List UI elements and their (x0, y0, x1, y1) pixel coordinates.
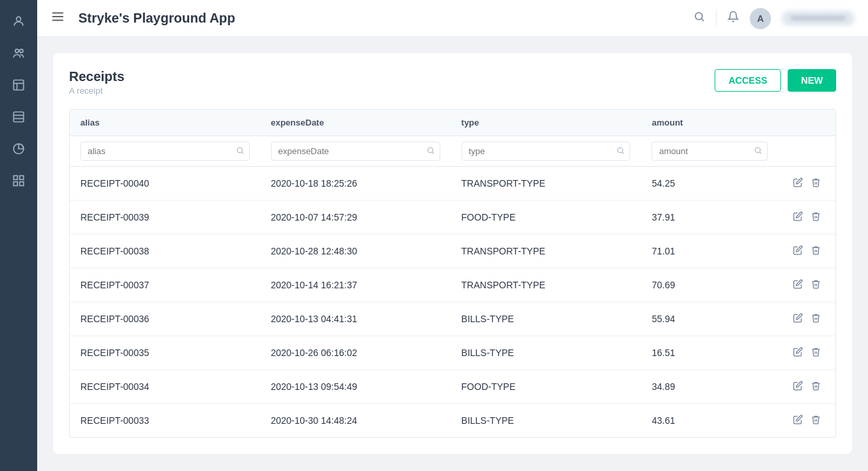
avatar[interactable]: A (750, 8, 771, 29)
cell-expensedate: 2020-10-13 04:41:31 (260, 302, 451, 336)
svg-rect-10 (14, 176, 18, 180)
cell-expensedate: 2020-10-18 18:25:26 (260, 167, 451, 201)
table-row: RECEIPT-000352020-10-26 06:16:02BILLS-TY… (70, 336, 835, 370)
svg-point-21 (428, 147, 433, 153)
svg-point-2 (20, 49, 23, 52)
delete-button[interactable] (807, 175, 825, 192)
cell-alias: RECEIPT-00039 (70, 201, 260, 235)
alias-search-icon (236, 146, 244, 157)
delete-button[interactable] (807, 378, 825, 395)
sidebar (0, 0, 37, 471)
cell-type: BILLS-TYPE (451, 302, 642, 336)
sidebar-icon-user[interactable] (5, 8, 32, 35)
cell-expensedate: 2020-10-13 09:54:49 (260, 370, 451, 404)
type-filter-wrap (462, 141, 631, 161)
sidebar-icon-file[interactable] (5, 104, 32, 130)
topbar: Stryke's Playground App A ••••••••••••••… (37, 0, 868, 37)
cell-actions (778, 370, 835, 404)
edit-button[interactable] (789, 175, 807, 192)
col-header-alias: alias (70, 110, 260, 136)
app-title: Stryke's Playground App (78, 11, 685, 26)
cell-type: FOOD-TYPE (451, 201, 642, 235)
svg-rect-11 (20, 176, 24, 180)
svg-rect-12 (14, 182, 18, 186)
svg-point-0 (17, 17, 21, 21)
svg-line-24 (623, 152, 624, 153)
cell-alias: RECEIPT-00036 (70, 302, 260, 336)
delete-button[interactable] (807, 310, 825, 328)
cell-amount: 37.91 (641, 201, 778, 235)
table-row: RECEIPT-000392020-10-07 14:57:29FOOD-TYP… (70, 201, 835, 235)
cell-expensedate: 2020-10-14 16:21:37 (260, 268, 451, 302)
page-header: Receipts A receipt ACCESS NEW (69, 69, 836, 96)
cell-actions (778, 235, 835, 268)
cell-amount: 70.69 (641, 268, 778, 302)
table-row: RECEIPT-000342020-10-13 09:54:49FOOD-TYP… (70, 370, 835, 404)
svg-line-26 (760, 152, 761, 153)
table-row: RECEIPT-000372020-10-14 16:21:37TRANSPOR… (70, 268, 835, 302)
cell-actions (778, 404, 835, 438)
cell-amount: 71.01 (641, 235, 778, 268)
svg-point-1 (15, 49, 19, 52)
menu-icon[interactable] (50, 9, 65, 27)
svg-point-25 (755, 147, 760, 153)
svg-rect-13 (20, 182, 24, 186)
page-title: Receipts (69, 69, 124, 84)
cell-alias: RECEIPT-00034 (70, 370, 260, 404)
sidebar-icon-book[interactable] (5, 72, 32, 98)
delete-button[interactable] (807, 209, 825, 226)
type-filter-input[interactable] (462, 141, 631, 161)
table-header-row: alias expenseDate type amount (70, 110, 835, 136)
cell-type: FOOD-TYPE (451, 370, 642, 404)
amount-filter-input[interactable] (651, 141, 768, 161)
user-pill: •••••••••••••••••• (782, 11, 855, 26)
svg-point-19 (237, 147, 242, 153)
content: Receipts A receipt ACCESS NEW alias expe… (37, 37, 868, 471)
delete-button[interactable] (807, 242, 825, 260)
edit-button[interactable] (789, 276, 807, 294)
delete-button[interactable] (807, 276, 825, 294)
sidebar-icon-chart[interactable] (5, 136, 32, 162)
cell-expensedate: 2020-10-07 14:57:29 (260, 201, 451, 235)
expensedate-filter-input[interactable] (271, 141, 440, 161)
alias-filter-input[interactable] (80, 141, 250, 161)
col-header-type: type (451, 110, 642, 136)
table-row: RECEIPT-000402020-10-18 18:25:26TRANSPOR… (70, 167, 835, 201)
svg-point-17 (695, 13, 703, 20)
edit-button[interactable] (789, 242, 807, 260)
cell-actions (778, 268, 835, 302)
col-header-amount: amount (641, 110, 778, 136)
cell-amount: 54.25 (641, 167, 778, 201)
search-icon[interactable] (693, 11, 705, 26)
svg-rect-3 (14, 80, 24, 90)
edit-button[interactable] (789, 412, 807, 429)
edit-button[interactable] (789, 209, 807, 226)
page-container: Receipts A receipt ACCESS NEW alias expe… (53, 53, 852, 454)
cell-actions (778, 302, 835, 336)
filter-row (70, 136, 835, 167)
expensedate-search-icon (426, 146, 435, 157)
cell-amount: 55.94 (641, 302, 778, 336)
col-header-expensedate: expenseDate (260, 110, 451, 136)
alias-filter-wrap (80, 141, 250, 161)
sidebar-icon-users[interactable] (5, 40, 32, 66)
delete-button[interactable] (807, 344, 825, 361)
col-header-actions (778, 110, 835, 136)
delete-button[interactable] (807, 412, 825, 429)
sidebar-icon-grid[interactable] (5, 167, 32, 194)
edit-button[interactable] (789, 344, 807, 361)
cell-actions (778, 167, 835, 201)
cell-type: BILLS-TYPE (451, 404, 642, 438)
cell-actions (778, 201, 835, 235)
cell-type: TRANSPORT-TYPE (451, 167, 642, 201)
cell-amount: 16.51 (641, 336, 778, 370)
table-row: RECEIPT-000382020-10-28 12:48:30TRANSPOR… (70, 235, 835, 268)
new-button[interactable]: NEW (788, 69, 836, 92)
topbar-icons: A •••••••••••••••••• (693, 8, 855, 29)
svg-line-22 (432, 152, 434, 153)
notification-icon[interactable] (727, 11, 739, 26)
divider (716, 11, 717, 27)
edit-button[interactable] (789, 310, 807, 328)
edit-button[interactable] (789, 378, 807, 395)
access-button[interactable]: ACCESS (715, 69, 781, 92)
